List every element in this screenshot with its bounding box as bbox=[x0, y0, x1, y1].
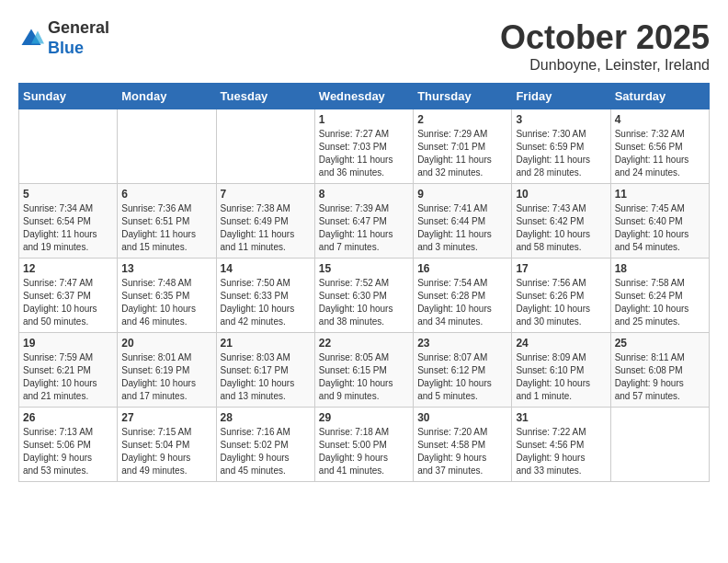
day-number: 7 bbox=[221, 188, 311, 201]
calendar-cell: 4Sunrise: 7:32 AM Sunset: 6:56 PM Daylig… bbox=[610, 109, 709, 184]
calendar-cell: 28Sunrise: 7:16 AM Sunset: 5:02 PM Dayli… bbox=[216, 408, 314, 482]
calendar-cell: 20Sunrise: 8:01 AM Sunset: 6:19 PM Dayli… bbox=[118, 333, 216, 408]
day-number: 22 bbox=[319, 337, 409, 350]
day-number: 18 bbox=[615, 262, 705, 275]
day-info: Sunrise: 8:01 AM Sunset: 6:19 PM Dayligh… bbox=[121, 351, 211, 403]
day-info: Sunrise: 7:45 AM Sunset: 6:40 PM Dayligh… bbox=[615, 202, 705, 254]
weekday-header-row: SundayMondayTuesdayWednesdayThursdayFrid… bbox=[19, 84, 710, 109]
title-block: October 2025 Dunboyne, Leinster, Ireland bbox=[500, 18, 710, 74]
calendar-cell: 15Sunrise: 7:52 AM Sunset: 6:30 PM Dayli… bbox=[314, 259, 413, 333]
weekday-header-wednesday: Wednesday bbox=[314, 84, 413, 109]
calendar-table: SundayMondayTuesdayWednesdayThursdayFrid… bbox=[18, 83, 710, 482]
day-info: Sunrise: 7:48 AM Sunset: 6:35 PM Dayligh… bbox=[121, 277, 211, 328]
day-number: 30 bbox=[417, 411, 507, 424]
calendar-week-4: 19Sunrise: 7:59 AM Sunset: 6:21 PM Dayli… bbox=[19, 333, 710, 408]
day-number: 2 bbox=[417, 113, 507, 126]
weekday-header-sunday: Sunday bbox=[19, 84, 118, 109]
day-info: Sunrise: 7:59 AM Sunset: 6:21 PM Dayligh… bbox=[23, 351, 113, 403]
calendar-cell: 7Sunrise: 7:38 AM Sunset: 6:49 PM Daylig… bbox=[216, 184, 314, 259]
day-info: Sunrise: 7:22 AM Sunset: 4:56 PM Dayligh… bbox=[516, 426, 606, 477]
day-number: 16 bbox=[417, 262, 507, 275]
weekday-header-thursday: Thursday bbox=[414, 84, 512, 109]
day-info: Sunrise: 7:47 AM Sunset: 6:37 PM Dayligh… bbox=[23, 277, 113, 328]
calendar-week-5: 26Sunrise: 7:13 AM Sunset: 5:06 PM Dayli… bbox=[19, 408, 710, 482]
calendar-cell: 30Sunrise: 7:20 AM Sunset: 4:58 PM Dayli… bbox=[414, 408, 512, 482]
day-number: 19 bbox=[23, 337, 113, 350]
calendar-cell: 29Sunrise: 7:18 AM Sunset: 5:00 PM Dayli… bbox=[314, 408, 413, 482]
day-info: Sunrise: 7:18 AM Sunset: 5:00 PM Dayligh… bbox=[319, 426, 409, 477]
day-info: Sunrise: 8:07 AM Sunset: 6:12 PM Dayligh… bbox=[417, 351, 507, 403]
calendar-cell: 27Sunrise: 7:15 AM Sunset: 5:04 PM Dayli… bbox=[118, 408, 216, 482]
logo: General Blue bbox=[18, 18, 109, 58]
day-info: Sunrise: 7:15 AM Sunset: 5:04 PM Dayligh… bbox=[121, 426, 211, 477]
calendar-cell: 25Sunrise: 8:11 AM Sunset: 6:08 PM Dayli… bbox=[610, 333, 709, 408]
calendar-cell bbox=[19, 109, 118, 184]
day-number: 23 bbox=[417, 337, 507, 350]
calendar-cell: 18Sunrise: 7:58 AM Sunset: 6:24 PM Dayli… bbox=[610, 259, 709, 333]
weekday-header-saturday: Saturday bbox=[610, 84, 709, 109]
day-info: Sunrise: 8:11 AM Sunset: 6:08 PM Dayligh… bbox=[615, 351, 705, 403]
day-number: 26 bbox=[23, 411, 113, 424]
day-info: Sunrise: 8:05 AM Sunset: 6:15 PM Dayligh… bbox=[319, 351, 409, 403]
day-number: 28 bbox=[221, 411, 311, 424]
day-number: 27 bbox=[121, 411, 211, 424]
calendar-cell: 1Sunrise: 7:27 AM Sunset: 7:03 PM Daylig… bbox=[314, 109, 413, 184]
calendar-cell bbox=[216, 109, 314, 184]
page-container: General Blue October 2025 Dunboyne, Lein… bbox=[18, 18, 710, 482]
calendar-week-3: 12Sunrise: 7:47 AM Sunset: 6:37 PM Dayli… bbox=[19, 259, 710, 333]
day-number: 29 bbox=[319, 411, 409, 424]
day-number: 3 bbox=[516, 113, 606, 126]
calendar-cell: 26Sunrise: 7:13 AM Sunset: 5:06 PM Dayli… bbox=[19, 408, 118, 482]
day-number: 6 bbox=[121, 188, 211, 201]
day-info: Sunrise: 7:30 AM Sunset: 6:59 PM Dayligh… bbox=[516, 128, 606, 179]
day-number: 11 bbox=[615, 188, 705, 201]
calendar-cell: 14Sunrise: 7:50 AM Sunset: 6:33 PM Dayli… bbox=[216, 259, 314, 333]
day-info: Sunrise: 7:38 AM Sunset: 6:49 PM Dayligh… bbox=[221, 202, 311, 254]
calendar-cell: 8Sunrise: 7:39 AM Sunset: 6:47 PM Daylig… bbox=[314, 184, 413, 259]
day-info: Sunrise: 7:56 AM Sunset: 6:26 PM Dayligh… bbox=[516, 277, 606, 328]
calendar-cell: 3Sunrise: 7:30 AM Sunset: 6:59 PM Daylig… bbox=[512, 109, 610, 184]
day-number: 20 bbox=[121, 337, 211, 350]
calendar-cell: 12Sunrise: 7:47 AM Sunset: 6:37 PM Dayli… bbox=[19, 259, 118, 333]
day-info: Sunrise: 7:27 AM Sunset: 7:03 PM Dayligh… bbox=[319, 128, 409, 179]
calendar-cell: 2Sunrise: 7:29 AM Sunset: 7:01 PM Daylig… bbox=[414, 109, 512, 184]
day-number: 12 bbox=[23, 262, 113, 275]
calendar-cell: 16Sunrise: 7:54 AM Sunset: 6:28 PM Dayli… bbox=[414, 259, 512, 333]
weekday-header-tuesday: Tuesday bbox=[216, 84, 314, 109]
day-number: 10 bbox=[516, 188, 606, 201]
day-info: Sunrise: 7:52 AM Sunset: 6:30 PM Dayligh… bbox=[319, 277, 409, 328]
day-info: Sunrise: 7:39 AM Sunset: 6:47 PM Dayligh… bbox=[319, 202, 409, 254]
day-number: 9 bbox=[417, 188, 507, 201]
day-number: 8 bbox=[319, 188, 409, 201]
day-info: Sunrise: 7:50 AM Sunset: 6:33 PM Dayligh… bbox=[221, 277, 311, 328]
day-info: Sunrise: 7:13 AM Sunset: 5:06 PM Dayligh… bbox=[23, 426, 113, 477]
calendar-week-2: 5Sunrise: 7:34 AM Sunset: 6:54 PM Daylig… bbox=[19, 184, 710, 259]
day-number: 24 bbox=[516, 337, 606, 350]
day-number: 14 bbox=[221, 262, 311, 275]
day-info: Sunrise: 7:16 AM Sunset: 5:02 PM Dayligh… bbox=[221, 426, 311, 477]
day-info: Sunrise: 8:09 AM Sunset: 6:10 PM Dayligh… bbox=[516, 351, 606, 403]
day-info: Sunrise: 7:36 AM Sunset: 6:51 PM Dayligh… bbox=[121, 202, 211, 254]
day-number: 31 bbox=[516, 411, 606, 424]
calendar-cell bbox=[118, 109, 216, 184]
calendar-cell: 13Sunrise: 7:48 AM Sunset: 6:35 PM Dayli… bbox=[118, 259, 216, 333]
calendar-cell: 11Sunrise: 7:45 AM Sunset: 6:40 PM Dayli… bbox=[610, 184, 709, 259]
calendar-cell: 19Sunrise: 7:59 AM Sunset: 6:21 PM Dayli… bbox=[19, 333, 118, 408]
logo-icon bbox=[18, 26, 44, 52]
calendar-cell: 22Sunrise: 8:05 AM Sunset: 6:15 PM Dayli… bbox=[314, 333, 413, 408]
calendar-cell: 21Sunrise: 8:03 AM Sunset: 6:17 PM Dayli… bbox=[216, 333, 314, 408]
day-number: 13 bbox=[121, 262, 211, 275]
day-number: 25 bbox=[615, 337, 705, 350]
day-info: Sunrise: 7:34 AM Sunset: 6:54 PM Dayligh… bbox=[23, 202, 113, 254]
day-info: Sunrise: 7:54 AM Sunset: 6:28 PM Dayligh… bbox=[417, 277, 507, 328]
day-info: Sunrise: 7:29 AM Sunset: 7:01 PM Dayligh… bbox=[417, 128, 507, 179]
calendar-week-1: 1Sunrise: 7:27 AM Sunset: 7:03 PM Daylig… bbox=[19, 109, 710, 184]
day-info: Sunrise: 7:20 AM Sunset: 4:58 PM Dayligh… bbox=[417, 426, 507, 477]
header: General Blue October 2025 Dunboyne, Lein… bbox=[18, 18, 710, 74]
day-info: Sunrise: 8:03 AM Sunset: 6:17 PM Dayligh… bbox=[221, 351, 311, 403]
day-number: 17 bbox=[516, 262, 606, 275]
calendar-cell: 31Sunrise: 7:22 AM Sunset: 4:56 PM Dayli… bbox=[512, 408, 610, 482]
logo-text: General Blue bbox=[48, 18, 109, 58]
day-number: 15 bbox=[319, 262, 409, 275]
day-info: Sunrise: 7:32 AM Sunset: 6:56 PM Dayligh… bbox=[615, 128, 705, 179]
